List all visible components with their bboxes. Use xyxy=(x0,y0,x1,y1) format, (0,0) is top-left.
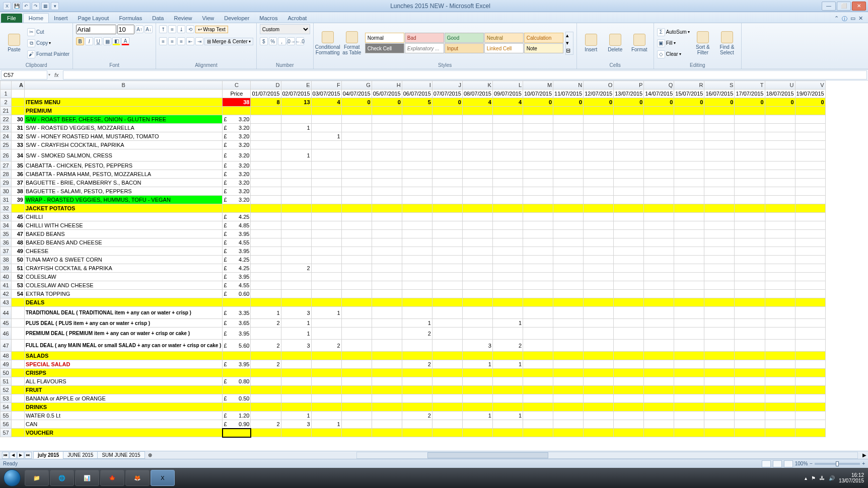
cell[interactable]: £3.20 xyxy=(223,141,251,149)
cell[interactable] xyxy=(492,196,523,204)
cut-button[interactable]: ✂Cut xyxy=(27,27,69,37)
cell[interactable] xyxy=(492,307,523,319)
qat-dropdown-icon[interactable]: ▾ xyxy=(51,2,59,10)
cell[interactable] xyxy=(523,403,553,412)
cell[interactable] xyxy=(735,238,765,247)
cell[interactable] xyxy=(735,403,765,412)
row-header[interactable]: 51 xyxy=(1,377,12,386)
cell[interactable] xyxy=(341,298,372,307)
clock-time[interactable]: 16:12 xyxy=(839,472,864,478)
cell[interactable]: 1 xyxy=(281,124,311,132)
cell[interactable]: 02/07/2015 xyxy=(281,90,311,98)
cell[interactable] xyxy=(251,377,281,386)
cell[interactable] xyxy=(674,394,704,403)
cell[interactable] xyxy=(523,264,553,273)
cell[interactable] xyxy=(553,386,584,394)
cell[interactable]: 14/07/2015 xyxy=(644,90,674,98)
cell[interactable] xyxy=(223,352,251,360)
cell[interactable] xyxy=(432,319,462,328)
cell[interactable] xyxy=(644,221,674,230)
sheet-tab[interactable]: JUNE 2015 xyxy=(63,451,98,459)
cell[interactable] xyxy=(372,281,402,290)
cell[interactable] xyxy=(704,187,735,196)
cell[interactable] xyxy=(704,264,735,273)
cell[interactable]: S/W - ROAST BEEF, CHEESE, ONION - GLUTEN… xyxy=(25,115,223,124)
cell[interactable] xyxy=(462,386,492,394)
cell[interactable] xyxy=(704,204,735,213)
cell[interactable] xyxy=(432,377,462,386)
cell[interactable] xyxy=(735,170,765,179)
cell[interactable] xyxy=(523,298,553,307)
cell[interactable]: 37 xyxy=(12,179,25,187)
cell[interactable] xyxy=(523,328,553,340)
cell[interactable]: £4.55 xyxy=(223,238,251,247)
cell[interactable]: 32 xyxy=(12,132,25,141)
cell[interactable] xyxy=(553,273,584,281)
cell[interactable] xyxy=(341,196,372,204)
cell[interactable] xyxy=(795,412,825,420)
cell[interactable] xyxy=(281,377,311,386)
cell[interactable] xyxy=(523,247,553,256)
cell[interactable] xyxy=(553,429,584,437)
cell[interactable] xyxy=(674,340,704,352)
cell[interactable] xyxy=(765,394,795,403)
cell[interactable] xyxy=(735,377,765,386)
cell[interactable] xyxy=(402,340,432,352)
cell[interactable] xyxy=(553,307,584,319)
tab-review[interactable]: Review xyxy=(169,14,197,23)
cell[interactable]: DEALS xyxy=(25,298,223,307)
border-button[interactable]: ▦ xyxy=(103,37,111,45)
cell[interactable] xyxy=(523,340,553,352)
cell[interactable] xyxy=(251,230,281,238)
cell[interactable]: 4 xyxy=(462,98,492,107)
cell[interactable] xyxy=(251,352,281,360)
cell[interactable] xyxy=(523,230,553,238)
cell[interactable] xyxy=(644,213,674,221)
cell[interactable] xyxy=(281,238,311,247)
cell[interactable]: 16/07/2015 xyxy=(704,90,735,98)
cell[interactable] xyxy=(644,179,674,187)
cell[interactable] xyxy=(523,429,553,437)
cell[interactable] xyxy=(584,386,614,394)
cell[interactable] xyxy=(795,247,825,256)
cell[interactable] xyxy=(341,179,372,187)
cell[interactable] xyxy=(523,290,553,298)
cell[interactable] xyxy=(341,290,372,298)
cell[interactable] xyxy=(735,386,765,394)
cell[interactable] xyxy=(523,377,553,386)
cell[interactable] xyxy=(432,307,462,319)
cell[interactable] xyxy=(372,429,402,437)
cell[interactable] xyxy=(614,420,644,429)
col-header[interactable]: D xyxy=(251,81,281,90)
cell[interactable] xyxy=(584,328,614,340)
tab-formulas[interactable]: Formulas xyxy=(114,14,147,23)
row-header[interactable]: 47 xyxy=(1,340,12,352)
page-layout-view-icon[interactable] xyxy=(773,460,782,467)
cell[interactable] xyxy=(735,340,765,352)
row-header[interactable]: 31 xyxy=(1,196,12,204)
style-calculation[interactable]: Calculation xyxy=(524,33,563,43)
cell[interactable] xyxy=(644,256,674,264)
cell[interactable]: 4 xyxy=(492,98,523,107)
tray-icon[interactable]: ⚑ xyxy=(811,475,816,481)
cell[interactable] xyxy=(735,230,765,238)
cell[interactable]: 33 xyxy=(12,141,25,149)
cell[interactable] xyxy=(795,290,825,298)
cell[interactable] xyxy=(372,403,402,412)
cell[interactable] xyxy=(372,273,402,281)
cell[interactable] xyxy=(341,230,372,238)
cell[interactable]: BAGUETTE - BRIE, CRAMBERRY S., BACON xyxy=(25,179,223,187)
cell[interactable] xyxy=(462,187,492,196)
cell[interactable] xyxy=(765,247,795,256)
fill-button[interactable]: ▣Fill▾ xyxy=(657,38,690,48)
cell[interactable] xyxy=(584,360,614,369)
cell[interactable] xyxy=(553,403,584,412)
cell[interactable] xyxy=(523,394,553,403)
cell[interactable] xyxy=(765,213,795,221)
cell[interactable] xyxy=(644,377,674,386)
minimize-ribbon-icon[interactable]: ⌃ xyxy=(834,15,839,23)
cell[interactable] xyxy=(432,429,462,437)
cell[interactable] xyxy=(402,124,432,132)
underline-button[interactable]: U xyxy=(94,37,102,45)
cell[interactable] xyxy=(251,221,281,230)
